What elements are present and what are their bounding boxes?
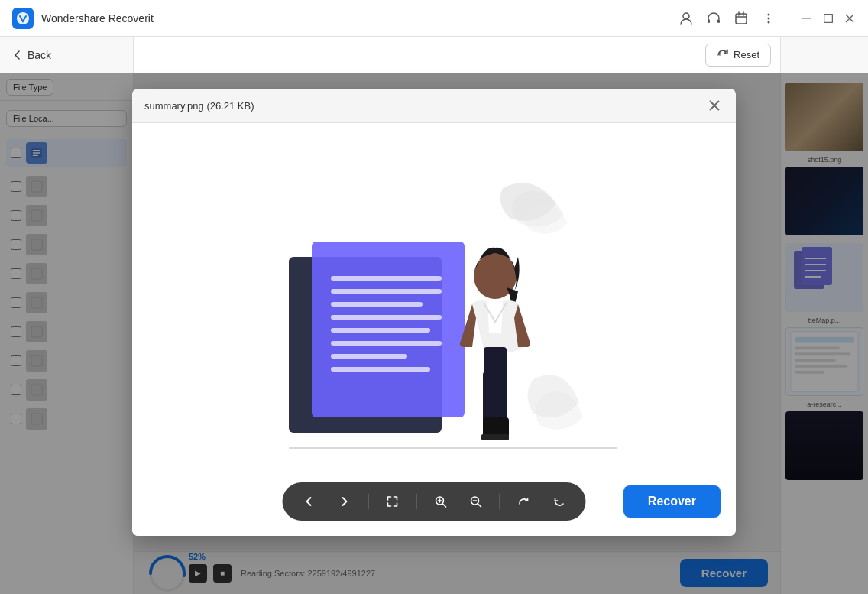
svg-rect-58 xyxy=(494,434,509,440)
image-toolbar xyxy=(283,482,586,521)
next-image-button[interactable] xyxy=(333,490,356,513)
svg-point-6 xyxy=(768,17,770,19)
preview-image xyxy=(132,123,736,536)
svg-rect-54 xyxy=(495,372,507,425)
svg-rect-44 xyxy=(331,289,442,294)
svg-point-7 xyxy=(768,21,770,23)
zoom-out-button[interactable] xyxy=(465,490,487,513)
app-title: Wondershare Recoverit xyxy=(41,12,154,24)
minimize-button[interactable] xyxy=(801,12,813,24)
top-toolbar: Reset xyxy=(134,37,780,73)
svg-rect-43 xyxy=(331,276,442,281)
maximize-button[interactable] xyxy=(822,12,834,24)
back-button[interactable]: Back xyxy=(6,46,127,64)
calendar-icon[interactable] xyxy=(734,11,749,26)
preview-modal: summary.png (26.21 KB) xyxy=(132,89,736,536)
svg-rect-8 xyxy=(802,18,811,19)
headset-icon[interactable] xyxy=(706,11,721,26)
titlebar: Wondershare Recoverit xyxy=(0,0,868,37)
svg-rect-50 xyxy=(331,367,430,372)
preview-modal-overlay: summary.png (26.21 KB) xyxy=(0,73,868,594)
svg-rect-9 xyxy=(824,14,833,22)
modal-body: Recover xyxy=(132,123,736,536)
app-body: Back File Type File Loca... xyxy=(0,37,868,594)
svg-point-5 xyxy=(768,13,770,15)
close-window-button[interactable] xyxy=(844,12,856,24)
svg-rect-53 xyxy=(483,372,495,425)
modal-recover-button[interactable]: Recover xyxy=(623,485,721,518)
svg-rect-46 xyxy=(331,315,442,320)
rotate-ccw-button[interactable] xyxy=(548,490,571,513)
zoom-in-button[interactable] xyxy=(429,490,452,513)
rotate-cw-button[interactable] xyxy=(513,490,536,513)
svg-rect-2 xyxy=(708,19,710,23)
svg-rect-47 xyxy=(331,328,430,333)
reset-label: Reset xyxy=(734,49,760,60)
prev-image-button[interactable] xyxy=(298,490,321,513)
svg-point-1 xyxy=(683,13,689,19)
user-icon[interactable] xyxy=(679,11,694,26)
window-controls xyxy=(801,12,856,24)
svg-rect-49 xyxy=(331,354,407,359)
fullscreen-button[interactable] xyxy=(381,490,404,513)
svg-line-66 xyxy=(478,504,481,507)
svg-rect-45 xyxy=(331,302,423,307)
titlebar-actions xyxy=(679,11,856,26)
modal-title: summary.png (26.21 KB) xyxy=(144,100,254,112)
modal-header: summary.png (26.21 KB) xyxy=(132,89,736,123)
app-logo xyxy=(12,8,34,29)
modal-close-button[interactable] xyxy=(705,96,724,115)
menu-icon[interactable] xyxy=(761,11,776,26)
reset-button[interactable]: Reset xyxy=(705,44,771,67)
svg-rect-4 xyxy=(736,14,747,24)
svg-rect-3 xyxy=(717,19,720,23)
svg-rect-48 xyxy=(331,341,442,346)
svg-line-63 xyxy=(443,504,446,507)
back-label: Back xyxy=(28,49,51,61)
